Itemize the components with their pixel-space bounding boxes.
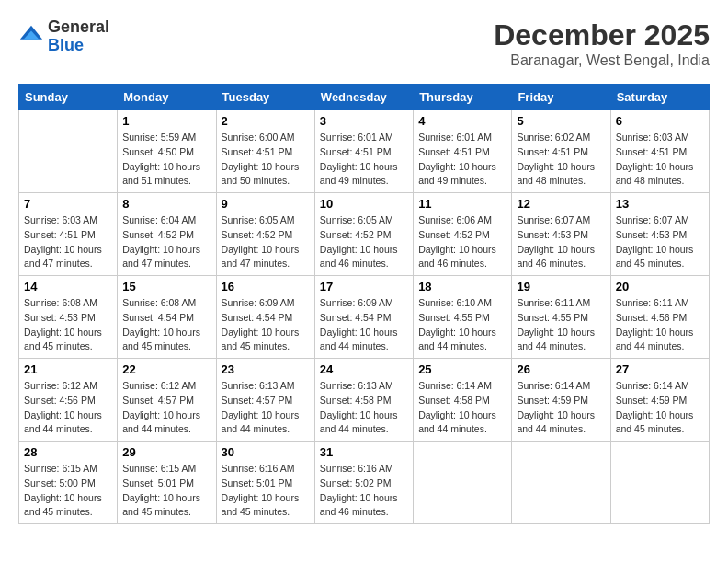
calendar-cell: 23Sunrise: 6:13 AMSunset: 4:57 PMDayligh…: [216, 359, 314, 442]
day-info: Sunrise: 6:13 AMSunset: 4:57 PMDaylight:…: [222, 379, 310, 437]
calendar-cell: 19Sunrise: 6:11 AMSunset: 4:55 PMDayligh…: [512, 276, 610, 359]
day-info: Sunrise: 6:13 AMSunset: 4:58 PMDaylight:…: [320, 379, 408, 437]
week-row-2: 7Sunrise: 6:03 AMSunset: 4:51 PMDaylight…: [19, 193, 710, 276]
calendar-cell: 13Sunrise: 6:07 AMSunset: 4:53 PMDayligh…: [610, 193, 709, 276]
title-section: December 2025 Baranagar, West Bengal, In…: [494, 18, 710, 69]
day-info: Sunrise: 6:02 AMSunset: 4:51 PMDaylight:…: [517, 131, 605, 189]
day-info: Sunrise: 6:04 AMSunset: 4:52 PMDaylight:…: [122, 213, 210, 271]
calendar-cell: 6Sunrise: 6:03 AMSunset: 4:51 PMDaylight…: [610, 110, 709, 193]
location-subtitle: Baranagar, West Bengal, India: [494, 52, 710, 69]
day-info: Sunrise: 6:14 AMSunset: 4:59 PMDaylight:…: [616, 379, 704, 437]
day-number: 14: [24, 280, 112, 293]
calendar-cell: 22Sunrise: 6:12 AMSunset: 4:57 PMDayligh…: [118, 359, 216, 442]
day-info: Sunrise: 6:15 AMSunset: 5:00 PMDaylight:…: [24, 462, 112, 520]
day-number: 17: [320, 280, 408, 293]
day-number: 28: [24, 445, 112, 459]
day-info: Sunrise: 6:06 AMSunset: 4:52 PMDaylight:…: [418, 213, 506, 271]
calendar-cell: 7Sunrise: 6:03 AMSunset: 4:51 PMDaylight…: [19, 193, 118, 276]
calendar-cell: 15Sunrise: 6:08 AMSunset: 4:54 PMDayligh…: [118, 276, 216, 359]
day-number: 7: [24, 197, 112, 211]
day-number: 10: [320, 197, 408, 211]
calendar-cell: 10Sunrise: 6:05 AMSunset: 4:52 PMDayligh…: [314, 193, 413, 276]
calendar-cell: 26Sunrise: 6:14 AMSunset: 4:59 PMDayligh…: [512, 359, 610, 442]
column-header-tuesday: Tuesday: [216, 85, 314, 110]
calendar-cell: 1Sunrise: 5:59 AMSunset: 4:50 PMDaylight…: [118, 110, 216, 193]
calendar-cell: 20Sunrise: 6:11 AMSunset: 4:56 PMDayligh…: [610, 276, 709, 359]
calendar-cell: 2Sunrise: 6:00 AMSunset: 4:51 PMDaylight…: [216, 110, 314, 193]
calendar-cell: 4Sunrise: 6:01 AMSunset: 4:51 PMDaylight…: [414, 110, 512, 193]
logo-blue: Blue: [48, 37, 109, 55]
day-info: Sunrise: 6:16 AMSunset: 5:02 PMDaylight:…: [320, 462, 408, 520]
calendar-cell: 11Sunrise: 6:06 AMSunset: 4:52 PMDayligh…: [414, 193, 512, 276]
day-info: Sunrise: 6:16 AMSunset: 5:01 PMDaylight:…: [222, 462, 310, 520]
month-year-title: December 2025: [494, 18, 710, 52]
day-number: 19: [517, 280, 605, 293]
day-info: Sunrise: 6:09 AMSunset: 4:54 PMDaylight:…: [222, 296, 310, 354]
calendar-cell: [610, 442, 709, 524]
day-info: Sunrise: 6:15 AMSunset: 5:01 PMDaylight:…: [122, 462, 210, 520]
day-info: Sunrise: 6:05 AMSunset: 4:52 PMDaylight:…: [320, 213, 408, 271]
day-info: Sunrise: 6:03 AMSunset: 4:51 PMDaylight:…: [616, 131, 704, 189]
day-number: 24: [320, 362, 408, 376]
day-number: 13: [616, 197, 704, 211]
day-info: Sunrise: 6:08 AMSunset: 4:53 PMDaylight:…: [24, 296, 112, 354]
column-header-wednesday: Wednesday: [314, 85, 413, 110]
day-info: Sunrise: 6:00 AMSunset: 4:51 PMDaylight:…: [222, 131, 310, 189]
day-number: 6: [616, 114, 704, 128]
calendar-cell: 16Sunrise: 6:09 AMSunset: 4:54 PMDayligh…: [216, 276, 314, 359]
calendar-cell: 3Sunrise: 6:01 AMSunset: 4:51 PMDaylight…: [314, 110, 413, 193]
day-number: 21: [24, 362, 112, 376]
column-header-thursday: Thursday: [414, 85, 512, 110]
day-number: 29: [122, 445, 210, 459]
calendar-cell: 14Sunrise: 6:08 AMSunset: 4:53 PMDayligh…: [19, 276, 118, 359]
logo-general: General: [48, 18, 109, 37]
calendar-cell: 18Sunrise: 6:10 AMSunset: 4:55 PMDayligh…: [414, 276, 512, 359]
calendar-cell: [512, 442, 610, 524]
calendar-cell: 21Sunrise: 6:12 AMSunset: 4:56 PMDayligh…: [19, 359, 118, 442]
logo-icon: [18, 24, 44, 50]
calendar-cell: [19, 110, 118, 193]
day-number: 15: [122, 280, 210, 293]
calendar-cell: 27Sunrise: 6:14 AMSunset: 4:59 PMDayligh…: [610, 359, 709, 442]
calendar-cell: 24Sunrise: 6:13 AMSunset: 4:58 PMDayligh…: [314, 359, 413, 442]
day-info: Sunrise: 6:07 AMSunset: 4:53 PMDaylight:…: [517, 213, 605, 271]
calendar-cell: 30Sunrise: 6:16 AMSunset: 5:01 PMDayligh…: [216, 442, 314, 524]
day-info: Sunrise: 6:05 AMSunset: 4:52 PMDaylight:…: [222, 213, 310, 271]
calendar-cell: 9Sunrise: 6:05 AMSunset: 4:52 PMDaylight…: [216, 193, 314, 276]
day-number: 5: [517, 114, 605, 128]
day-number: 8: [122, 197, 210, 211]
week-row-5: 28Sunrise: 6:15 AMSunset: 5:00 PMDayligh…: [19, 442, 710, 524]
week-row-1: 1Sunrise: 5:59 AMSunset: 4:50 PMDaylight…: [19, 110, 710, 193]
day-number: 11: [418, 197, 506, 211]
week-row-4: 21Sunrise: 6:12 AMSunset: 4:56 PMDayligh…: [19, 359, 710, 442]
column-header-monday: Monday: [118, 85, 216, 110]
day-number: 2: [222, 114, 310, 128]
day-number: 3: [320, 114, 408, 128]
day-info: Sunrise: 6:14 AMSunset: 4:58 PMDaylight:…: [418, 379, 506, 437]
day-number: 27: [616, 362, 704, 376]
day-info: Sunrise: 6:10 AMSunset: 4:55 PMDaylight:…: [418, 296, 506, 354]
day-number: 9: [222, 197, 310, 211]
day-info: Sunrise: 6:07 AMSunset: 4:53 PMDaylight:…: [616, 213, 704, 271]
day-info: Sunrise: 6:14 AMSunset: 4:59 PMDaylight:…: [517, 379, 605, 437]
page-header: General Blue December 2025 Baranagar, We…: [18, 18, 710, 69]
calendar-cell: 17Sunrise: 6:09 AMSunset: 4:54 PMDayligh…: [314, 276, 413, 359]
day-number: 18: [418, 280, 506, 293]
logo-text: General Blue: [48, 18, 109, 55]
day-info: Sunrise: 6:12 AMSunset: 4:56 PMDaylight:…: [24, 379, 112, 437]
column-header-friday: Friday: [512, 85, 610, 110]
calendar-cell: 5Sunrise: 6:02 AMSunset: 4:51 PMDaylight…: [512, 110, 610, 193]
column-header-sunday: Sunday: [19, 85, 118, 110]
day-number: 23: [222, 362, 310, 376]
day-number: 31: [320, 445, 408, 459]
day-info: Sunrise: 6:08 AMSunset: 4:54 PMDaylight:…: [122, 296, 210, 354]
day-info: Sunrise: 6:12 AMSunset: 4:57 PMDaylight:…: [122, 379, 210, 437]
logo: General Blue: [18, 18, 109, 55]
day-info: Sunrise: 6:01 AMSunset: 4:51 PMDaylight:…: [320, 131, 408, 189]
day-number: 25: [418, 362, 506, 376]
day-info: Sunrise: 5:59 AMSunset: 4:50 PMDaylight:…: [122, 131, 210, 189]
day-number: 4: [418, 114, 506, 128]
day-number: 30: [222, 445, 310, 459]
day-number: 22: [122, 362, 210, 376]
calendar-table: SundayMondayTuesdayWednesdayThursdayFrid…: [18, 84, 710, 524]
